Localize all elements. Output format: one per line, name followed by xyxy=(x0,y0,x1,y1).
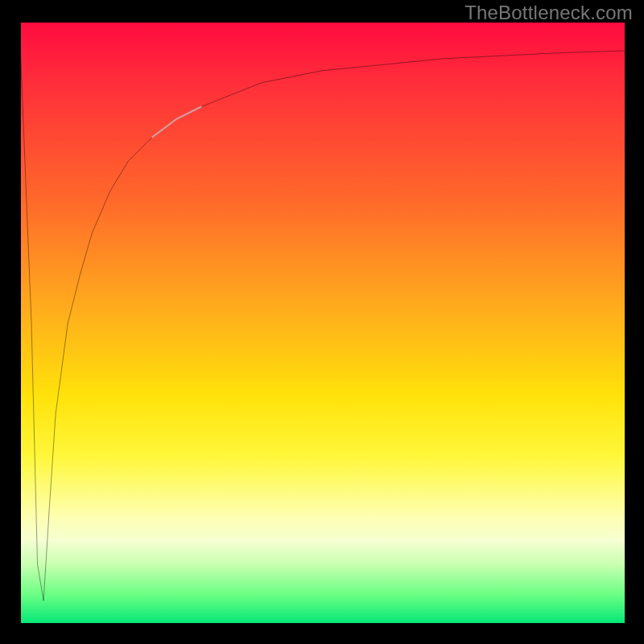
highlight-segment xyxy=(152,107,200,137)
chart-frame: TheBottleneck.com xyxy=(0,0,644,644)
bottleneck-curve xyxy=(19,23,625,601)
curve-svg xyxy=(19,23,625,625)
attribution-text: TheBottleneck.com xyxy=(464,2,633,24)
plot-area xyxy=(19,23,625,625)
